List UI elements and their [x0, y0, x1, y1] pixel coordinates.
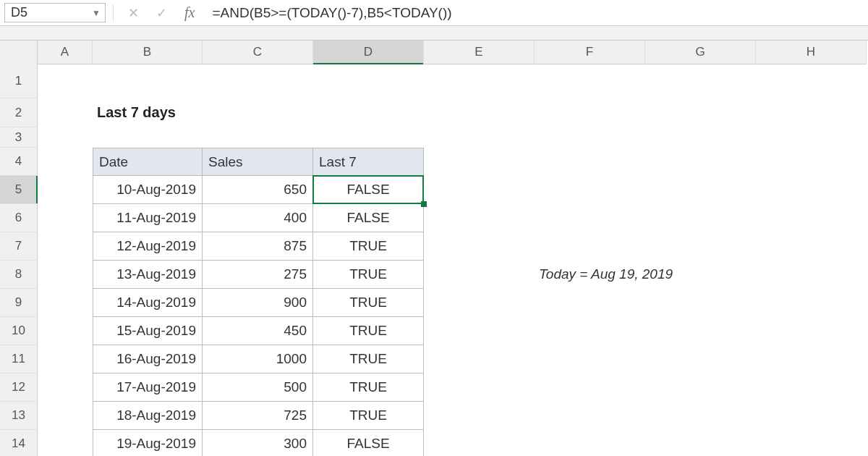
cell-a13[interactable] — [38, 402, 93, 430]
cell-f12[interactable] — [535, 373, 645, 402]
row-header[interactable]: 11 — [0, 345, 38, 373]
cell-f13[interactable] — [535, 402, 645, 430]
row-header[interactable]: 2 — [0, 98, 38, 127]
cell-a3[interactable] — [38, 127, 93, 148]
cell-g10[interactable] — [645, 317, 756, 345]
cell-h2[interactable] — [756, 98, 867, 127]
cell-h10[interactable] — [756, 317, 867, 345]
formula-input[interactable]: =AND(B5>=(TODAY()-7),B5<TODAY()) — [202, 0, 868, 25]
cell-f5[interactable] — [535, 176, 645, 204]
cell-a5[interactable] — [38, 176, 93, 204]
row-header[interactable]: 12 — [0, 373, 38, 402]
cell-h6[interactable] — [756, 204, 867, 232]
row-header[interactable]: 5 — [0, 176, 38, 204]
cell-g11[interactable] — [645, 345, 756, 373]
cell-a11[interactable] — [38, 345, 93, 373]
cell-c2[interactable] — [203, 98, 313, 127]
cell-f4[interactable] — [535, 148, 645, 176]
cell-g14[interactable] — [645, 430, 756, 456]
row-header[interactable]: 1 — [0, 64, 38, 98]
cell-f7[interactable] — [535, 232, 645, 261]
cell-e5[interactable] — [424, 176, 535, 204]
cell-f10[interactable] — [535, 317, 645, 345]
chevron-down-icon[interactable]: ▼ — [92, 8, 101, 18]
cell-h13[interactable] — [756, 402, 867, 430]
cell-e2[interactable] — [424, 98, 535, 127]
cell-e14[interactable] — [424, 430, 535, 456]
cell-c1[interactable] — [203, 64, 313, 98]
cell-f11[interactable] — [535, 345, 645, 373]
name-box[interactable]: ▼ — [4, 3, 106, 22]
cell-sales[interactable]: 875 — [203, 232, 313, 261]
row-header[interactable]: 4 — [0, 148, 38, 176]
page-title[interactable]: Last 7 days — [93, 98, 203, 127]
cell-last7[interactable]: TRUE — [313, 345, 424, 373]
row-header[interactable]: 6 — [0, 204, 38, 232]
cell-h5[interactable] — [756, 176, 867, 204]
row-header[interactable]: 3 — [0, 127, 38, 148]
cell-last7[interactable]: TRUE — [313, 317, 424, 345]
cell-date[interactable]: 11-Aug-2019 — [93, 204, 203, 232]
cell-sales[interactable]: 275 — [203, 261, 313, 289]
cell-a9[interactable] — [38, 289, 93, 317]
cell-sales[interactable]: 450 — [203, 317, 313, 345]
cell-a6[interactable] — [38, 204, 93, 232]
cell-f2[interactable] — [535, 98, 645, 127]
col-header-h[interactable]: H — [756, 41, 867, 64]
cell-date[interactable]: 10-Aug-2019 — [93, 176, 203, 204]
cell-a2[interactable] — [38, 98, 93, 127]
cell-last7[interactable]: TRUE — [313, 289, 424, 317]
col-header-b[interactable]: B — [93, 41, 203, 64]
cell-e13[interactable] — [424, 402, 535, 430]
cell-last7[interactable]: TRUE — [313, 373, 424, 402]
note-text[interactable]: Today = Aug 19, 2019 — [535, 261, 645, 289]
cell-last7[interactable]: TRUE — [313, 261, 424, 289]
cell-g9[interactable] — [645, 289, 756, 317]
row-header[interactable]: 9 — [0, 289, 38, 317]
cell-a12[interactable] — [38, 373, 93, 402]
cell-last7[interactable]: FALSE — [313, 204, 424, 232]
cell-d3[interactable] — [313, 127, 424, 148]
cell-last7[interactable]: TRUE — [313, 402, 424, 430]
cell-g6[interactable] — [645, 204, 756, 232]
cell-f14[interactable] — [535, 430, 645, 456]
cell-h8[interactable] — [756, 261, 867, 289]
name-box-input[interactable] — [11, 5, 69, 20]
cell-sales[interactable]: 725 — [203, 402, 313, 430]
row-header[interactable]: 7 — [0, 232, 38, 261]
col-header-a[interactable]: A — [38, 41, 93, 64]
cell-g13[interactable] — [645, 402, 756, 430]
cell-a7[interactable] — [38, 232, 93, 261]
cell-h7[interactable] — [756, 232, 867, 261]
cell-date[interactable]: 17-Aug-2019 — [93, 373, 203, 402]
cell-g3[interactable] — [645, 127, 756, 148]
cell-d1[interactable] — [313, 64, 424, 98]
col-header-d[interactable]: D — [313, 41, 424, 64]
cell-sales[interactable]: 500 — [203, 373, 313, 402]
cell-h1[interactable] — [756, 64, 867, 98]
cell-g2[interactable] — [645, 98, 756, 127]
fx-icon[interactable]: fx — [184, 4, 195, 21]
enter-check-icon[interactable]: ✓ — [156, 5, 167, 21]
cell-sales[interactable]: 300 — [203, 430, 313, 456]
cell-h9[interactable] — [756, 289, 867, 317]
cell-sales[interactable]: 900 — [203, 289, 313, 317]
cell-h11[interactable] — [756, 345, 867, 373]
cell-date[interactable]: 14-Aug-2019 — [93, 289, 203, 317]
cell-e6[interactable] — [424, 204, 535, 232]
row-header[interactable]: 14 — [0, 430, 38, 456]
cell-a14[interactable] — [38, 430, 93, 456]
cancel-icon[interactable]: ✕ — [128, 5, 139, 21]
cell-e9[interactable] — [424, 289, 535, 317]
table-header-sales[interactable]: Sales — [203, 148, 313, 176]
cell-e12[interactable] — [424, 373, 535, 402]
cell-e8[interactable] — [424, 261, 535, 289]
cell-a10[interactable] — [38, 317, 93, 345]
cell-h12[interactable] — [756, 373, 867, 402]
cell-g1[interactable] — [645, 64, 756, 98]
cell-sales[interactable]: 650 — [203, 176, 313, 204]
col-header-g[interactable]: G — [645, 41, 756, 64]
cell-a4[interactable] — [38, 148, 93, 176]
cell-e3[interactable] — [424, 127, 535, 148]
cell-b3[interactable] — [93, 127, 203, 148]
